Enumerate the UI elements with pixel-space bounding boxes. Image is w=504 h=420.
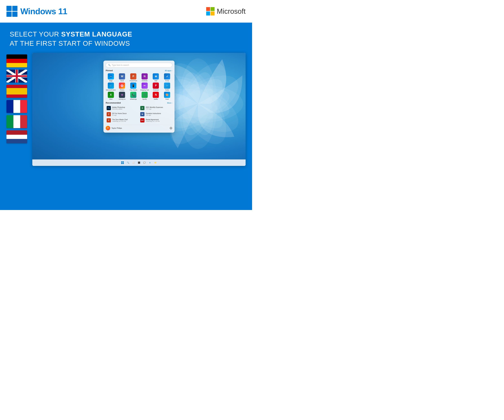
app-word[interactable]: W Word: [117, 73, 127, 82]
pinned-header: Pinned All apps ›: [106, 69, 172, 72]
app-pinterest[interactable]: P Pinterest: [151, 83, 161, 91]
store-label: Microsoft Store: [106, 89, 116, 91]
rec-rental[interactable]: PDF Rental Agreement Yesterday at 1:15 P…: [139, 118, 172, 123]
todo-label: To Do: [165, 80, 169, 82]
flag-spanish[interactable]: [6, 85, 27, 98]
photoshop-icon: Ps: [107, 106, 111, 110]
search-bar[interactable]: 🔍 Type here to search: [106, 63, 172, 67]
rental-name: Rental Agreement: [146, 119, 160, 120]
app-powerpoint[interactable]: P PowerPoint: [128, 73, 138, 82]
diy-icon: P: [107, 112, 111, 116]
power-icon[interactable]: ⏻: [170, 127, 172, 130]
app-photos[interactable]: 🌸 Photos: [117, 83, 127, 91]
app-todo[interactable]: ✓ To Do: [162, 73, 172, 82]
taskbar-chat[interactable]: 💬: [143, 161, 146, 165]
donation-icon: W: [140, 112, 144, 116]
microsoft-logo-icon: [206, 7, 215, 16]
taskbar: 🔍 ⬜ ⬛ 💬 e 📁: [32, 160, 246, 166]
app-xbox[interactable]: X Xbox: [106, 92, 116, 100]
rec-photoshop[interactable]: Ps Adobe Photoshop Recently added: [106, 105, 139, 111]
app-yourphone[interactable]: 📱 Your Phone: [128, 83, 138, 91]
taskbar-start[interactable]: [120, 161, 124, 165]
headline: SELECT YOUR SYSTEM LANGUAGE AT THE FIRST…: [10, 30, 242, 48]
spotify-icon: 🎵: [142, 92, 148, 98]
photoshop-name: Adobe Photoshop: [112, 106, 125, 108]
svg-rect-15: [123, 163, 124, 164]
diy-name: DIY for Home Decor: [112, 112, 127, 114]
onenote-icon: N: [142, 73, 148, 79]
flag-dutch[interactable]: [6, 130, 27, 143]
app-mail[interactable]: ✉ Mail: [151, 73, 161, 82]
taskbar-search[interactable]: 🔍: [126, 161, 130, 165]
expenses-icon: X: [140, 106, 144, 110]
pinterest-icon: P: [153, 83, 159, 89]
recommended-label: Recommended: [106, 102, 121, 104]
taskbar-edge[interactable]: e: [148, 161, 152, 165]
taskbar-widgets[interactable]: ⬛: [137, 161, 141, 165]
svg-rect-13: [123, 161, 124, 163]
recommended-grid: Ps Adobe Photoshop Recently added X 2021…: [106, 105, 172, 123]
user-info[interactable]: T Taylor Philips: [106, 126, 122, 130]
rec-diy[interactable]: P DIY for Home Decor 2h ago: [106, 112, 139, 117]
xbox-icon: X: [108, 92, 114, 98]
app-whatsapp[interactable]: 📞 WhatsApp: [128, 92, 138, 100]
word-icon: W: [119, 73, 125, 79]
todo-icon: ✓: [164, 73, 170, 79]
app-store[interactable]: 🛒 Microsoft Store: [106, 83, 116, 91]
flag-uk[interactable]: [6, 70, 27, 83]
taskbar-task-view[interactable]: ⬜: [132, 161, 135, 165]
apps-grid: Edge W Word P PowerPoint N OneNote: [106, 73, 172, 100]
app-onenote[interactable]: N OneNote: [139, 73, 150, 82]
whatsapp-icon: 📞: [130, 92, 136, 98]
flag-german[interactable]: [6, 54, 27, 67]
app-snipping[interactable]: ✂ Snipping Tool: [139, 83, 150, 91]
paint-label: Paint: [165, 98, 169, 100]
windows-logo-icon: [6, 6, 18, 17]
pinned-label: Pinned: [106, 69, 113, 72]
app-twitter[interactable]: 🐦 Twitter: [162, 83, 172, 91]
photos-label: Photos: [120, 89, 124, 91]
mail-label: Mail: [155, 80, 157, 82]
zerowaste-time: Yesterday at 4:24 PM: [112, 120, 128, 122]
donation-time: 12h ago: [146, 114, 161, 116]
paint-icon: 🎨: [164, 92, 170, 98]
user-bar: T Taylor Philips ⏻: [106, 125, 172, 130]
microsoft-logo-area: Microsoft: [206, 7, 246, 16]
expenses-name: 2021 Monthly Expenses: [146, 106, 163, 108]
more-button[interactable]: More ›: [167, 102, 172, 104]
word-label: Word: [120, 80, 124, 82]
rec-zerowaste[interactable]: P The Zero-Waste Chef Yesterday at 4:24 …: [106, 118, 139, 123]
flag-italian[interactable]: [6, 115, 27, 128]
all-apps-button[interactable]: All apps ›: [165, 70, 172, 71]
taskbar-file[interactable]: 📁: [154, 161, 157, 165]
among-label: Among Us: [119, 98, 125, 100]
rec-expenses[interactable]: X 2021 Monthly Expenses 17m ago: [139, 105, 172, 111]
snipping-label: Snipping Tool: [140, 89, 149, 91]
wallpaper: 🔍 Type here to search Pinned All apps ›: [32, 53, 246, 166]
content-area: 🔍 Type here to search Pinned All apps ›: [0, 53, 252, 210]
rental-icon: PDF: [140, 118, 144, 122]
user-name: Taylor Philips: [112, 127, 122, 129]
svg-rect-14: [121, 163, 122, 164]
app-spotify[interactable]: 🎵 Spotify: [139, 92, 150, 100]
app-edge[interactable]: Edge: [106, 73, 116, 82]
yourphone-icon: 📱: [130, 83, 136, 89]
blue-section: SELECT YOUR SYSTEM LANGUAGE AT THE FIRST…: [0, 23, 252, 210]
edge-icon: [108, 73, 114, 79]
page-header: Windows 11 Microsoft: [0, 0, 252, 23]
svg-rect-12: [121, 161, 122, 163]
photoshop-time: Recently added: [112, 108, 125, 110]
app-among[interactable]: 👾 Among Us: [117, 92, 127, 100]
rec-donation[interactable]: W Donation Instructions 12h ago: [139, 112, 172, 117]
user-avatar: T: [106, 126, 110, 130]
expenses-time: 17m ago: [146, 108, 163, 110]
netflix-icon: N: [153, 92, 159, 98]
onenote-label: OneNote: [142, 80, 148, 82]
app-netflix[interactable]: N Netflix: [151, 92, 161, 100]
app-paint[interactable]: 🎨 Paint: [162, 92, 172, 100]
netflix-label: Netflix: [154, 98, 158, 100]
ppt-icon: P: [130, 73, 136, 79]
yourphone-label: Your Phone: [130, 89, 137, 91]
rental-time: Yesterday at 1:15 PM: [146, 120, 160, 122]
flag-french[interactable]: [6, 100, 27, 113]
